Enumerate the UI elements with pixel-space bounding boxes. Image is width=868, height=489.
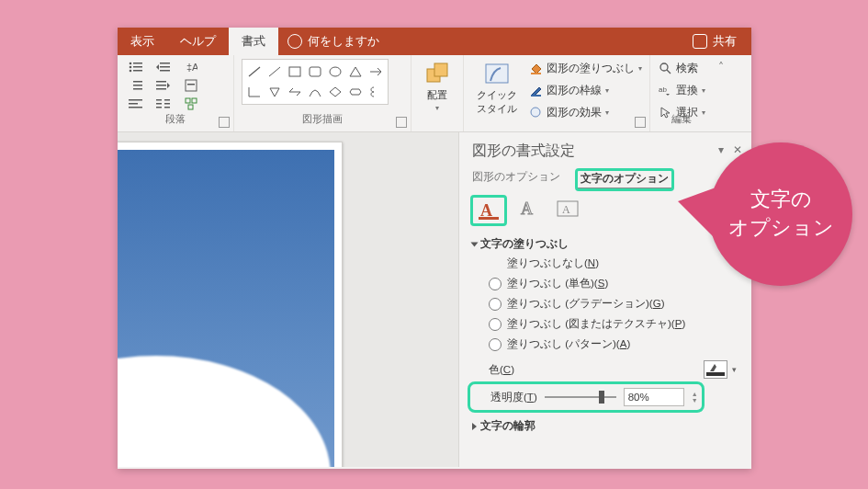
- search-icon: [658, 61, 672, 75]
- svg-rect-9: [129, 99, 142, 101]
- dialog-launcher-icon[interactable]: [219, 117, 230, 128]
- group-shape-styles: クイック スタイル 図形の塗りつぶし▾ 図形の枠線▾ 図形の効果▾: [464, 55, 650, 131]
- textbox-tab[interactable]: A: [553, 197, 582, 221]
- svg-point-1: [130, 66, 132, 69]
- tab-text-options[interactable]: 文字のオプション: [577, 170, 672, 189]
- svg-rect-4: [133, 66, 142, 68]
- svg-rect-17: [156, 88, 166, 90]
- svg-rect-20: [156, 107, 162, 108]
- slide-editor[interactable]: design opi72.com: [118, 132, 458, 467]
- group-label: [419, 110, 456, 127]
- numbering-button[interactable]: [125, 77, 147, 94]
- indent-dec-button[interactable]: [152, 59, 175, 75]
- pane-title: 図形の書式設定: [472, 142, 738, 161]
- svg-text:A: A: [521, 199, 533, 218]
- svg-rect-28: [192, 98, 197, 103]
- svg-rect-6: [133, 81, 142, 83]
- tell-me[interactable]: 何をしますか: [278, 28, 389, 55]
- svg-text:‡A: ‡A: [186, 62, 197, 73]
- annotation-callout: 文字の オプション: [709, 142, 852, 286]
- svg-rect-11: [129, 107, 142, 108]
- svg-rect-14: [160, 70, 170, 72]
- svg-line-42: [667, 70, 671, 74]
- dialog-launcher-icon[interactable]: [396, 117, 407, 128]
- powerpoint-window: 表示 ヘルプ 書式 何をしますか 共有: [118, 28, 751, 469]
- radio-no-fill[interactable]: 塗りつぶしなし(N): [489, 256, 738, 270]
- tab-shape-options[interactable]: 図形のオプション: [472, 170, 560, 189]
- pane-menu-button[interactable]: ▾: [718, 143, 724, 156]
- color-picker[interactable]: [704, 360, 727, 379]
- slide-canvas: design opi72.com: [118, 142, 343, 467]
- tab-format[interactable]: 書式: [229, 28, 278, 55]
- svg-text:ab: ab: [659, 85, 667, 94]
- expand-icon: [472, 423, 477, 430]
- svg-point-0: [130, 63, 132, 65]
- group-label: 段落: [125, 110, 226, 130]
- ribbon: ‡A 段落: [118, 55, 751, 132]
- shape-fill-button[interactable]: 図形の塗りつぶし▾: [528, 59, 642, 77]
- shapes-gallery[interactable]: [242, 59, 389, 105]
- tell-me-label: 何をしますか: [308, 33, 379, 50]
- svg-point-34: [330, 67, 341, 76]
- replace-button[interactable]: ab 置換▾: [658, 81, 705, 99]
- section-text-outline[interactable]: 文字の輪郭: [472, 419, 738, 433]
- indent-inc-button[interactable]: [152, 77, 175, 94]
- align-text-button[interactable]: [180, 77, 202, 94]
- group-shapes: 図形描画: [234, 55, 411, 131]
- tab-help[interactable]: ヘルプ: [167, 28, 229, 55]
- svg-text:A: A: [562, 203, 570, 216]
- svg-rect-33: [310, 67, 321, 76]
- replace-icon: ab: [658, 83, 672, 97]
- svg-rect-36: [434, 63, 447, 76]
- work-area: design opi72.com ▾: [118, 132, 751, 467]
- radio-gradient-fill[interactable]: 塗りつぶし (グラデーション)(G): [489, 297, 738, 311]
- lightbulb-icon: [287, 34, 302, 49]
- radio-pattern-fill[interactable]: 塗りつぶし (パターン)(A): [489, 337, 738, 351]
- quick-styles-button[interactable]: クイック スタイル: [471, 59, 523, 118]
- share-button[interactable]: 共有: [678, 28, 751, 55]
- svg-line-31: [269, 67, 280, 76]
- svg-point-2: [130, 70, 132, 73]
- svg-rect-45: [479, 217, 499, 220]
- ribbon-tabs: 表示 ヘルプ 書式 何をしますか 共有: [118, 28, 751, 55]
- find-button[interactable]: 検索: [658, 59, 705, 77]
- arrange-button[interactable]: 配置 ▾: [419, 59, 456, 114]
- group-editing: 検索 ab 置換▾ 選択▾ 編集: [650, 55, 713, 131]
- bullets-button[interactable]: [125, 59, 147, 75]
- svg-rect-37: [486, 64, 508, 83]
- svg-rect-18: [156, 99, 162, 101]
- svg-line-30: [249, 67, 260, 76]
- tab-view[interactable]: 表示: [118, 28, 167, 55]
- text-direction-button[interactable]: ‡A: [180, 59, 202, 75]
- text-fill-outline-tab[interactable]: A: [472, 197, 505, 224]
- collapse-ribbon-button[interactable]: ˄: [713, 55, 729, 131]
- svg-rect-15: [156, 81, 166, 83]
- transparency-label: 透明度(T): [490, 391, 537, 404]
- arrange-label: 配置: [427, 88, 447, 102]
- group-label: 図形描画: [242, 110, 403, 130]
- svg-rect-19: [156, 103, 162, 105]
- group-label: [471, 110, 642, 127]
- svg-rect-29: [188, 105, 193, 109]
- svg-rect-21: [164, 99, 170, 101]
- spin-up[interactable]: ▲: [692, 391, 698, 397]
- svg-rect-16: [156, 85, 166, 86]
- radio-picture-fill[interactable]: 塗りつぶし (図またはテクスチャ)(P): [489, 317, 738, 331]
- svg-point-41: [660, 63, 668, 71]
- share-icon: [693, 34, 707, 49]
- group-arrange: 配置 ▾: [411, 55, 464, 131]
- group-paragraph: ‡A 段落: [118, 55, 234, 131]
- radio-solid-fill[interactable]: 塗りつぶし (単色)(S): [489, 277, 738, 290]
- color-dropdown[interactable]: ▾: [729, 361, 738, 378]
- svg-rect-5: [133, 70, 142, 72]
- dialog-launcher-icon[interactable]: [635, 117, 646, 128]
- color-label: 色(C): [489, 363, 514, 377]
- svg-rect-26: [187, 84, 195, 85]
- transparency-input[interactable]: 80%: [624, 388, 684, 406]
- svg-rect-22: [164, 103, 170, 105]
- shape-outline-button[interactable]: 図形の枠線▾: [528, 81, 642, 99]
- svg-rect-13: [160, 66, 170, 68]
- spin-down[interactable]: ▼: [692, 397, 698, 404]
- transparency-slider[interactable]: [545, 391, 616, 404]
- text-effects-tab[interactable]: A: [514, 197, 544, 221]
